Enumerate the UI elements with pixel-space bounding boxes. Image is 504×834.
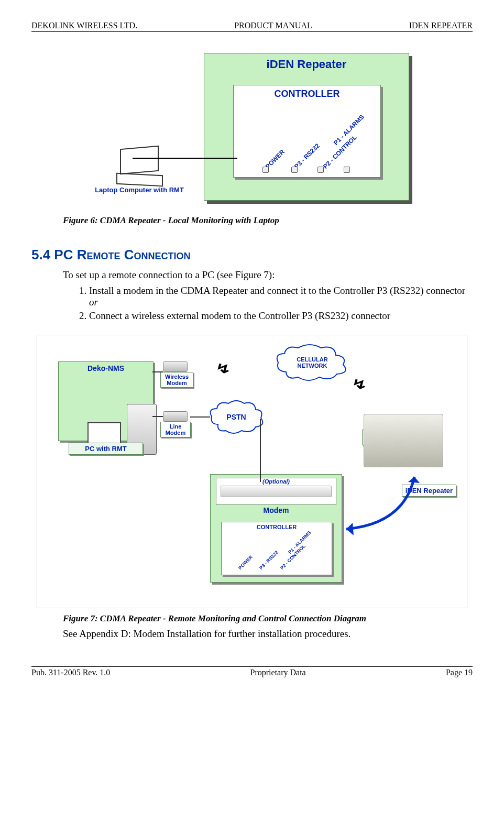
page-footer: Pub. 311-2005 Rev. 1.0 Proprietary Data … [31,666,473,677]
controller-box: CONTROLLER POWER P3 - RS232 P2 - CONTROL… [233,85,381,178]
deko-nms-title: Deko-NMS [59,362,153,372]
header-center: PRODUCT MANUAL [234,21,312,30]
deko-nms-panel: Deko-NMS [58,361,154,441]
page-header: DEKOLINK WIRELESS LTD. PRODUCT MANUAL ID… [31,21,473,32]
optional-label: (Optional) [216,478,336,485]
cellular-label: CELLULAR NETWORK [289,356,336,369]
wireless-modem-icon [163,361,188,372]
port-dot-icon [344,167,350,173]
modem-device-icon [221,486,332,497]
footer-right: Page 19 [446,668,473,677]
controller-label: CONTROLLER [234,89,380,100]
svg-marker-0 [408,477,420,483]
connector-line-icon [260,419,261,482]
wireless-modem-label: Wireless Modem [160,372,193,388]
section-intro: To set up a remote connection to a PC (s… [63,268,473,282]
figure-6: iDEN Repeater CONTROLLER POWER P3 - RS23… [31,53,473,210]
port-dot-icon [317,167,324,173]
controller-sub-title: CONTROLLER [222,524,332,530]
header-left: DEKOLINK WIRELESS LTD. [31,21,137,30]
line-modem-icon [163,411,188,422]
port-p3-label: P3 - RS232 [293,142,321,170]
port-dot-icon [262,167,269,173]
cable-line-icon [133,158,237,159]
port-power-sub-label: POWER [237,554,254,570]
repeater-title: iDEN Repeater [204,53,409,81]
laptop-icon: Laptop Computer with RMT [84,147,194,194]
pc-with-rmt-label: PC with RMT [69,443,143,455]
svg-marker-1 [346,523,354,535]
footer-center: Proprietary Data [250,668,306,677]
list-item-or: or [89,297,98,308]
header-right: IDEN REPEATER [409,21,473,30]
modem-title: Modem [211,506,342,514]
repeater-panel: iDEN Repeater CONTROLLER POWER P3 - RS23… [204,53,409,201]
connector-line-icon [190,416,210,418]
lightning-icon: ↯ [352,377,367,392]
pstn-cloud: PSTN [207,398,265,437]
connector-line-icon [152,371,163,372]
pstn-label: PSTN [226,413,246,421]
controller-sub-box: CONTROLLER POWER P3 - RS232 P2 - CONTROL… [221,522,332,575]
list-item: Connect a wireless external modem to the… [89,310,473,322]
figure-7: Deko-NMS PC with RMT Wireless Modem Line… [37,335,467,608]
list-item: Install a modem in the CDMA Repeater and… [89,285,473,308]
modem-panel: (Optional) Modem CONTROLLER POWER P3 - R… [210,474,342,583]
figure-7-caption: Figure 7: CDMA Repeater - Remote Monitor… [63,613,473,624]
arrow-curve-icon [336,471,430,545]
section-list: Install a modem in the CDMA Repeater and… [76,285,473,322]
list-item-text: Install a modem in the CDMA Repeater and… [89,285,465,296]
port-dot-icon [291,167,298,173]
lightning-icon: ↯ [215,361,231,376]
port-p3-sub-label: P3 - RS232 [258,550,279,570]
line-modem-label: Line Modem [160,422,191,437]
footer-left: Pub. 311-2005 Rev. 1.0 [31,668,110,677]
appendix-note: See Appendix D: Modem Installation for f… [63,627,473,641]
cellular-cloud: CELLULAR NETWORK [273,341,352,385]
connector-line-icon [152,416,163,417]
optional-modem-strip: (Optional) [216,478,336,505]
iden-repeater-photo [364,414,443,467]
figure-6-caption: Figure 6: CDMA Repeater - Local Monitori… [63,215,473,226]
laptop-caption: Laptop Computer with RMT [84,186,194,194]
section-heading: 5.4 PC Remote Connection [31,247,473,263]
